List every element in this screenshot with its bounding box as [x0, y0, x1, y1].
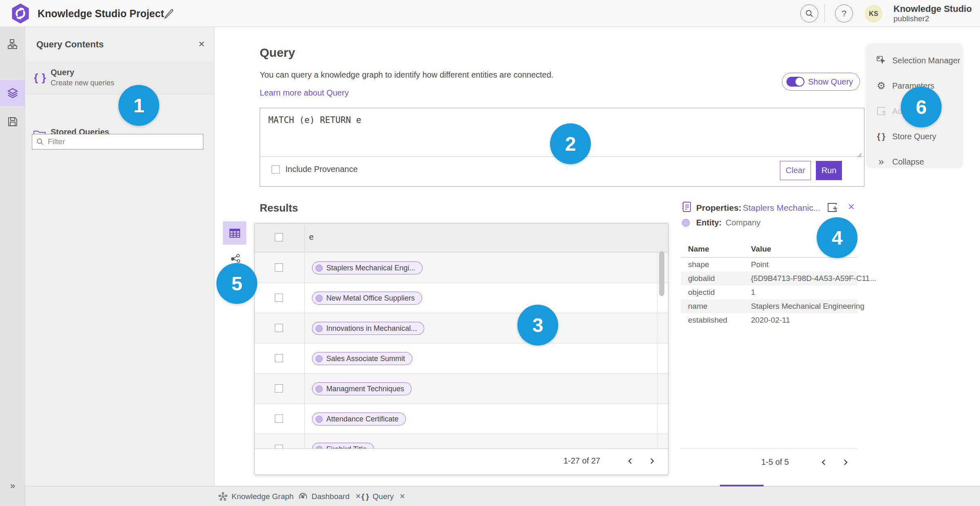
- user-org: Knowledge Studio: [893, 4, 972, 14]
- table-row: Sales Associate Summit: [255, 343, 668, 374]
- panel-title: Query Contents: [36, 39, 104, 50]
- resize-grip-icon[interactable]: [855, 151, 862, 160]
- entity-dot-icon: [316, 416, 323, 423]
- close-properties-icon[interactable]: ✕: [848, 203, 855, 212]
- property-row: objectid1: [681, 285, 858, 299]
- results-table-body: Staplers Mechanical Engi... New Metal Of…: [255, 253, 668, 448]
- entity-pill[interactable]: Sales Associate Summit: [312, 352, 412, 365]
- annotation-1: 1: [118, 85, 159, 126]
- avatar[interactable]: KS: [865, 5, 882, 22]
- edit-title-icon[interactable]: [163, 8, 175, 20]
- collapse-menu-button[interactable]: » Collapse: [867, 149, 962, 174]
- results-title: Results: [260, 202, 298, 214]
- row-checkbox[interactable]: [275, 324, 283, 332]
- close-tab-icon[interactable]: ✕: [355, 492, 361, 501]
- include-provenance-checkbox[interactable]: [272, 165, 280, 174]
- selection-manager-icon: [875, 55, 887, 66]
- user-name: publisher2: [893, 14, 972, 23]
- row-checkbox[interactable]: [275, 415, 283, 423]
- row-checkbox[interactable]: [275, 384, 283, 392]
- search-icon: [805, 9, 814, 18]
- store-query-button[interactable]: { } Store Query: [867, 124, 962, 149]
- column-divider: [304, 223, 305, 252]
- add-to-new-window-icon[interactable]: [826, 202, 838, 215]
- annotation-5: 5: [216, 263, 257, 304]
- entity-dot-icon: [316, 325, 323, 332]
- query-list-item[interactable]: { } Query Create new queries: [26, 62, 214, 94]
- selection-manager-button[interactable]: Selection Manager: [867, 48, 962, 73]
- annotation-2: 2: [550, 123, 591, 164]
- query-text-editor[interactable]: MATCH (e) RETURN e: [268, 115, 361, 125]
- properties-entity-link[interactable]: Staplers Mechanic...: [743, 203, 820, 213]
- table-row: Attendance Certificate: [255, 404, 668, 434]
- tab-dashboard[interactable]: Dashboard ✕: [298, 486, 361, 506]
- properties-label: Properties:: [696, 203, 742, 213]
- entity-pill[interactable]: Firebird Title: [312, 443, 374, 448]
- property-row: nameStaplers Mechanical Engineering: [681, 299, 858, 313]
- entity-dot-icon: [316, 295, 323, 302]
- filter-search-icon: [36, 138, 44, 146]
- scrollbar-thumb[interactable]: [659, 251, 664, 296]
- property-row: shapePoint: [681, 258, 858, 272]
- learn-more-link[interactable]: Learn more about Query: [260, 88, 349, 98]
- entity-pill[interactable]: Staplers Mechanical Engi...: [312, 261, 423, 274]
- entity-pill[interactable]: New Metal Office Suppliers: [312, 292, 422, 305]
- braces-icon: { }: [34, 71, 47, 84]
- add-square-icon: [875, 106, 887, 116]
- help-button[interactable]: ?: [835, 4, 853, 22]
- expand-rail-button[interactable]: »: [0, 481, 25, 491]
- show-query-toggle[interactable]: Show Query: [782, 73, 860, 91]
- properties-next-page-button[interactable]: [842, 458, 849, 466]
- active-tab-indicator: [720, 485, 764, 486]
- results-prev-page-button[interactable]: [626, 457, 634, 465]
- run-button[interactable]: Run: [816, 161, 842, 180]
- results-next-page-button[interactable]: [648, 457, 656, 465]
- entity-pill[interactable]: Managment Techniques: [312, 382, 412, 395]
- select-all-checkbox[interactable]: [275, 233, 283, 241]
- link-chart-icon: [230, 254, 241, 263]
- knowledge-studio-logo-icon[interactable]: [11, 3, 30, 24]
- row-checkbox[interactable]: [275, 294, 283, 302]
- sidebar-item-save[interactable]: [0, 109, 25, 135]
- close-tab-icon[interactable]: ✕: [399, 492, 405, 501]
- annotation-3: 3: [517, 305, 558, 346]
- sidebar-item-layers[interactable]: [0, 80, 25, 106]
- sidebar-item-hierarchy[interactable]: [0, 31, 25, 57]
- user-menu[interactable]: Knowledge Studio publisher2: [893, 4, 972, 23]
- topbar-divider: [824, 4, 825, 23]
- properties-doc-icon: [682, 201, 692, 213]
- include-provenance-control: Include Provenance: [272, 165, 358, 174]
- properties-prev-page-button[interactable]: [820, 458, 827, 466]
- clear-button[interactable]: Clear: [780, 161, 811, 180]
- search-button[interactable]: [800, 4, 818, 22]
- row-checkbox[interactable]: [275, 354, 283, 362]
- filter-input[interactable]: [48, 137, 195, 146]
- entity-dot-icon: [316, 355, 323, 362]
- show-query-label: Show Query: [808, 77, 853, 87]
- close-panel-icon[interactable]: ✕: [198, 40, 205, 48]
- row-checkbox[interactable]: [275, 263, 283, 272]
- results-table-header: e: [255, 223, 668, 252]
- knowledge-graph-icon: [218, 492, 228, 502]
- project-title: Knowledge Studio Project: [38, 0, 164, 27]
- include-provenance-label: Include Provenance: [285, 165, 358, 174]
- row-checkbox[interactable]: [275, 445, 283, 448]
- tab-query[interactable]: { } Query ✕: [361, 486, 405, 506]
- tab-knowledge-graph[interactable]: Knowledge Graph ✕: [218, 486, 305, 506]
- panel-header: Query Contents ✕: [26, 27, 214, 62]
- query-description: You can query a knowledge graph to ident…: [260, 70, 553, 80]
- save-icon: [7, 116, 18, 127]
- table-view-button[interactable]: [223, 221, 246, 245]
- entity-dot-icon: [316, 386, 323, 392]
- entity-pill[interactable]: Innovations in Mechanical...: [312, 322, 424, 335]
- top-bar: Knowledge Studio Project ? KS Knowledge …: [0, 0, 980, 27]
- annotation-6: 6: [901, 87, 942, 127]
- results-scrollbar[interactable]: [657, 251, 666, 448]
- table-row: Firebird Title: [255, 434, 668, 448]
- bottom-tab-bar: Knowledge Graph ✕ Dashboard ✕ { } Query …: [0, 486, 980, 506]
- table-icon: [229, 227, 241, 239]
- braces-icon: { }: [361, 492, 369, 501]
- entity-label: Entity:: [696, 218, 722, 227]
- entity-pill[interactable]: Attendance Certificate: [312, 412, 406, 426]
- entity-dot-icon: [316, 265, 323, 272]
